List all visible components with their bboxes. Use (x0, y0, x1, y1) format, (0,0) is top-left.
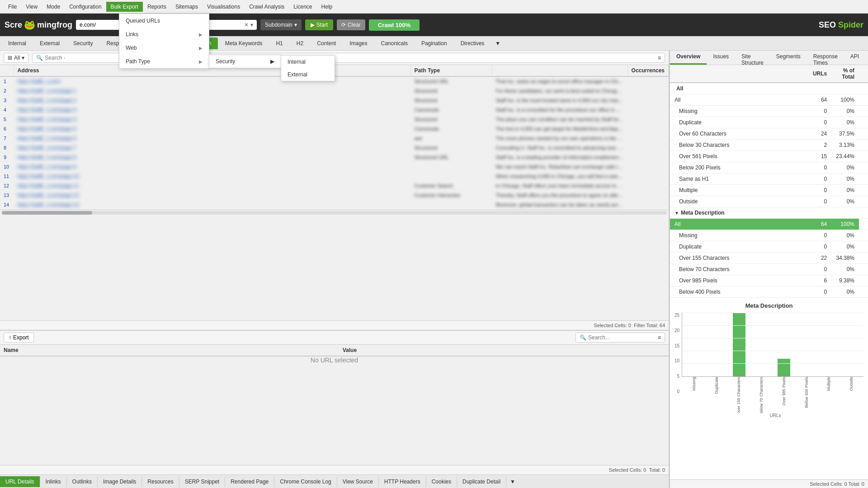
bottom-tab-http[interactable]: HTTP Headers (379, 476, 426, 487)
right-table-row[interactable]: Missing 0 0% (670, 230, 868, 241)
menu-licence[interactable]: Licence (289, 2, 316, 12)
table-row[interactable]: 4 https://staff[...].com/page-3 Canonica… (0, 105, 669, 115)
export-button[interactable]: ↑ Export (4, 333, 34, 343)
right-table-row[interactable]: Duplicate 0 0% (670, 117, 868, 128)
security-internal[interactable]: Internal (281, 56, 335, 68)
clear-button[interactable]: ⟳ Clear (337, 19, 365, 30)
right-table-row[interactable]: Duplicate 0 0% (670, 241, 868, 253)
section-header-0[interactable]: All (670, 83, 868, 94)
dropdown-item-path-type[interactable]: Path Type Security Internal External ▶ (119, 55, 209, 68)
search-filter-icon[interactable]: ≡ (658, 55, 661, 61)
right-table-row[interactable]: Outside 0 0% (670, 196, 868, 207)
menu-view[interactable]: View (21, 2, 42, 12)
submenu-item-security[interactable]: Security Internal External ▶ (209, 55, 281, 68)
tab-internal[interactable]: Internal (2, 38, 33, 49)
tab-h1[interactable]: H1 (269, 38, 289, 49)
menu-bulk-export[interactable]: Bulk Export (106, 2, 143, 12)
right-tab-api[interactable]: API (844, 51, 865, 65)
right-table-row[interactable]: Below 400 Pixels 0 0% (670, 286, 868, 298)
bottom-tab-rendered[interactable]: Rendered Page (225, 476, 274, 487)
tab-images[interactable]: Images (343, 38, 373, 49)
tab-more-icon[interactable]: ▼ (491, 38, 504, 49)
details-search-input[interactable] (588, 334, 656, 341)
table-scroll[interactable]: Address Path Type Occurrences 1 https://… (0, 65, 669, 210)
right-tab-overview[interactable]: Overview (670, 51, 707, 65)
table-row[interactable]: 8 https://staff[...].com/page-7 Structur… (0, 143, 669, 153)
tab-external[interactable]: External (33, 38, 66, 49)
right-table-row[interactable]: Over 985 Pixels 6 9.38% (670, 275, 868, 286)
tab-canonicals[interactable]: Canonicals (375, 38, 414, 49)
table-row[interactable]: 9 https://staff[...].com/page-8 Structur… (0, 153, 669, 162)
col-occurrences[interactable]: Occurrences (627, 65, 668, 76)
menu-visualisations[interactable]: Visualisations (203, 2, 245, 12)
bottom-tab-source[interactable]: View Source (337, 476, 379, 487)
right-tab-site-structure[interactable]: Site Structure (735, 51, 770, 65)
bottom-tab-outlinks[interactable]: Outlinks (67, 476, 98, 487)
right-table-row[interactable]: Below 30 Characters 2 3.13% (670, 140, 868, 151)
table-row[interactable]: 10 https://staff[...].com/page-9 We can … (0, 162, 669, 172)
bottom-tab-cookies[interactable]: Cookies (426, 476, 457, 487)
right-tab-segments[interactable]: Segments (770, 51, 807, 65)
section-header-1[interactable]: ▼Meta Description (670, 207, 868, 219)
tab-directives[interactable]: Directives (454, 38, 491, 49)
right-table-row[interactable]: Below 70 Characters 0 0% (670, 264, 868, 275)
dropdown-item-queued-urls[interactable]: Queued URLs (119, 14, 209, 28)
table-row[interactable]: 12 https://staff[...].com/page-11 Custom… (0, 181, 669, 191)
dropdown-item-web[interactable]: Web (119, 41, 209, 55)
right-tab-issues[interactable]: Issues (707, 51, 735, 65)
horizontal-scrollbar[interactable] (0, 210, 669, 215)
right-table-row[interactable]: Over 60 Characters 24 37.5% (670, 128, 868, 140)
col-pathtype[interactable]: Path Type (410, 65, 492, 76)
tab-content[interactable]: Content (311, 38, 342, 49)
table-row[interactable]: 2 https://staff[...].com/page-1 Structur… (0, 86, 669, 96)
right-table-row[interactable]: All 64 100% (670, 94, 868, 106)
right-table-row[interactable]: All 64 100% (670, 219, 868, 230)
tab-meta-keywords[interactable]: Meta Keywords (219, 38, 269, 49)
details-filter-icon[interactable]: ≡ (658, 334, 661, 341)
table-row[interactable]: 3 https://staff[...].com/page-2 Structur… (0, 96, 669, 105)
bottom-tab-resources[interactable]: Resources (142, 476, 179, 487)
bottom-tab-more-icon[interactable]: ▼ (506, 476, 519, 487)
crawl-button[interactable]: Crawl 100% (369, 19, 420, 31)
security-external[interactable]: External (281, 68, 335, 81)
table-row[interactable]: 6 https://staff[...].com/page-5 Canonica… (0, 124, 669, 134)
table-row[interactable]: 5 https://staff[...].com/page-4 Structur… (0, 115, 669, 124)
right-tab-response-times[interactable]: Response Times (807, 51, 844, 65)
tab-pagination[interactable]: Pagination (415, 38, 453, 49)
menu-configuration[interactable]: Configuration (65, 2, 106, 12)
table-row[interactable]: 14 https://staff[...].com/page-13 Moreov… (0, 200, 669, 210)
bottom-tab-image-details[interactable]: Image Details (98, 476, 142, 487)
menu-file[interactable]: File (4, 2, 21, 12)
tab-h2[interactable]: H2 (290, 38, 310, 49)
scrollbar-thumb[interactable] (2, 211, 92, 215)
menu-help[interactable]: Help (317, 2, 337, 12)
right-table-row[interactable]: Over 155 Characters 22 34.38% (670, 253, 868, 264)
bottom-tab-console[interactable]: Chrome Console Log (274, 476, 337, 487)
col-content[interactable] (492, 65, 627, 76)
menu-mode[interactable]: Mode (42, 2, 65, 12)
right-table-row[interactable]: Multiple 0 0% (670, 185, 868, 196)
bottom-tab-duplicate[interactable]: Duplicate Detail (457, 476, 506, 487)
menu-reports[interactable]: Reports (143, 2, 171, 12)
url-dropdown-icon[interactable]: ▾ (250, 22, 253, 28)
left-panel: ⊞ All ▾ 🔍 ≡ Address Path Type (0, 51, 669, 488)
menu-sitemaps[interactable]: Sitemaps (171, 2, 203, 12)
subdomain-button[interactable]: Subdomain ▾ (260, 19, 302, 30)
table-row[interactable]: 7 https://staff[...].com/page-6 awr The … (0, 134, 669, 143)
dropdown-item-links[interactable]: Links (119, 28, 209, 41)
right-table-row[interactable]: Missing 0 0% (670, 106, 868, 117)
menu-crawl-analysis[interactable]: Crawl Analysis (245, 2, 289, 12)
tab-security[interactable]: Security (67, 38, 99, 49)
bottom-tab-url-details[interactable]: URL Details (0, 476, 40, 487)
bottom-tab-serp[interactable]: SERP Snippet (179, 476, 226, 487)
right-table-row[interactable]: Below 200 Pixels 0 0% (670, 162, 868, 174)
right-tab-spelling[interactable]: Spelling & G (865, 51, 868, 65)
table-row[interactable]: 13 https://staff[...].com/page-12 Custom… (0, 191, 669, 200)
right-table-row[interactable]: Same as H1 0 0% (670, 174, 868, 185)
url-close-icon[interactable]: ✕ (244, 22, 249, 28)
table-row[interactable]: 11 https://staff[...].com/page-10 When r… (0, 172, 669, 181)
start-button[interactable]: ▶ Start (305, 19, 333, 30)
bottom-tab-inlinks[interactable]: Inlinks (40, 476, 67, 487)
right-table-row[interactable]: Over 561 Pixels 15 23.44% (670, 151, 868, 162)
all-filter-dropdown[interactable]: ⊞ All ▾ (4, 53, 28, 63)
